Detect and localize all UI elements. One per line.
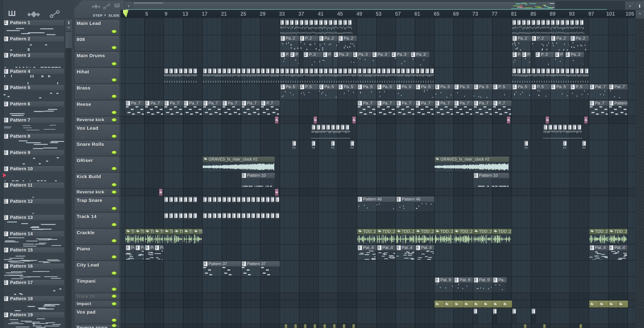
impact-audio-clip[interactable] [599, 300, 609, 307]
pattern-mini-clip[interactable] [188, 68, 192, 74]
reverse-snare-audio-stub[interactable] [314, 324, 316, 328]
clip-header[interactable]: TDD..2 [396, 229, 415, 234]
pattern-mini-clip[interactable] [543, 124, 548, 131]
clip-header[interactable]: Pat..4 [154, 245, 164, 251]
clip-header[interactable]: TDD..2 [144, 229, 154, 234]
clip-header[interactable]: Pa..3 [372, 52, 391, 58]
pattern-mini-clip[interactable] [401, 68, 405, 74]
track-name-label[interactable]: Track 19 [77, 294, 95, 299]
pattern-list-item[interactable]: Pattern 16 [3, 263, 64, 280]
clip-header[interactable]: Pa..3 [565, 52, 584, 58]
pattern-mini-clip[interactable] [517, 19, 521, 26]
pattern-list-item[interactable]: Pattern 3 [3, 52, 64, 69]
clip-header[interactable]: Pa..5 [434, 84, 454, 90]
track-lane[interactable] [120, 188, 635, 196]
track-mute-led[interactable] [112, 324, 117, 327]
pattern-mini-clip[interactable] [331, 124, 335, 131]
pattern-list-scroll-up-button[interactable]: ⌃ [66, 26, 72, 32]
pattern-mini-clip[interactable] [582, 140, 586, 147]
pattern-mini-clip[interactable] [266, 212, 270, 219]
pattern-mini-clip[interactable] [217, 212, 222, 219]
pattern-mini-clip[interactable] [348, 19, 352, 26]
pattern-item-header[interactable]: Pattern 15 [3, 247, 64, 253]
clip-header[interactable]: TDD..2 [454, 229, 473, 234]
track-lane[interactable] [120, 140, 635, 156]
clip-header[interactable]: P..3 [512, 52, 521, 58]
pattern-mini-clip[interactable] [568, 124, 572, 131]
pattern-mini-clip[interactable] [184, 68, 188, 74]
pattern-mini-clip[interactable] [312, 124, 316, 131]
pattern-mini-clip[interactable] [208, 68, 212, 74]
track-lane[interactable] [120, 324, 635, 328]
track-header[interactable]: Track 19 [74, 293, 120, 300]
clip-header[interactable]: Pat..4 [415, 245, 434, 251]
clip-header[interactable]: Pattern 37 [241, 261, 280, 267]
track-name-label[interactable]: 808 [77, 37, 85, 42]
pattern-mini-clip[interactable] [550, 68, 555, 74]
pattern-mini-clip[interactable] [562, 140, 567, 147]
track-lane[interactable] [120, 300, 635, 308]
clip-header[interactable]: TDD..2 [608, 229, 628, 234]
pattern-mini-clip[interactable] [270, 196, 275, 203]
clip-header[interactable]: Pat..4 [396, 245, 415, 251]
track-lane[interactable] [120, 116, 635, 124]
impact-audio-clip[interactable] [589, 300, 599, 307]
pattern-mini-clip[interactable] [526, 19, 531, 26]
clip-header[interactable]: P..2 [531, 36, 550, 41]
pattern-mini-clip[interactable] [208, 212, 212, 219]
pattern-mini-clip[interactable] [340, 124, 345, 131]
pattern-item-header[interactable]: Pattern 18 [3, 296, 64, 301]
reverse-kick-audio-stub[interactable] [275, 189, 278, 196]
pattern-mini-clip[interactable] [222, 212, 226, 219]
pattern-mini-clip[interactable] [304, 19, 308, 26]
pattern-mini-clip[interactable] [420, 68, 425, 74]
pattern-item-header[interactable]: Pattern 13 [3, 214, 64, 220]
pattern-mini-clip[interactable] [251, 68, 256, 74]
pattern-mini-clip[interactable] [550, 19, 555, 26]
clip-header[interactable]: Pa..7 [183, 100, 202, 106]
track-header[interactable]: 808... [74, 36, 120, 51]
pattern-mini-clip[interactable] [324, 19, 328, 26]
clip-header[interactable]: P..7 [260, 100, 280, 106]
pattern-mini-clip[interactable] [222, 196, 226, 203]
pattern-mini-clip[interactable] [560, 68, 565, 74]
impact-audio-clip[interactable] [434, 300, 444, 307]
pattern-mini-clip[interactable] [382, 68, 386, 74]
track-mute-led[interactable] [112, 46, 117, 50]
pattern-item-header[interactable]: Pattern 9 [3, 150, 64, 155]
clip-header[interactable]: Pa..2 [512, 36, 531, 41]
pattern-mini-clip[interactable] [546, 19, 550, 26]
clip-header[interactable]: Patt.. [144, 245, 154, 251]
clip-header[interactable]: Pa..7 [202, 100, 222, 106]
impact-audio-clip[interactable] [608, 300, 618, 307]
track-name-label[interactable]: Vox Lead [77, 125, 98, 131]
clip-header[interactable]: Pa..5 [473, 84, 492, 90]
pattern-mini-clip[interactable] [266, 196, 270, 203]
clip-header[interactable]: Pat..9 [434, 277, 454, 283]
pattern-mini-clip[interactable] [188, 212, 192, 219]
clip-header[interactable]: Pa..5 [396, 84, 415, 90]
clip-header[interactable]: GRAVES_fx_riser_clock #2 [434, 156, 509, 162]
track-name-label[interactable]: City Lead [77, 262, 99, 268]
pattern-list-item[interactable]: Pattern 4 [3, 68, 64, 85]
pattern-mini-clip[interactable] [260, 196, 265, 203]
scroll-right-button[interactable]: › [626, 2, 634, 10]
pattern-item-header[interactable]: Pattern 7 [3, 117, 64, 123]
clip-header[interactable]: Pa..2 [338, 36, 357, 41]
clip-header[interactable]: Pa..5 [280, 84, 299, 90]
track-header[interactable]: Crackle... [74, 229, 120, 244]
clip-header[interactable]: Pattern 46 [357, 196, 396, 202]
clip-header[interactable]: Pa..5 [550, 84, 570, 90]
track-mute-led[interactable] [112, 271, 117, 275]
track-name-label[interactable]: Reverse snare [77, 325, 108, 328]
pattern-mini-clip[interactable] [280, 19, 284, 26]
pattern-mini-clip[interactable] [425, 68, 430, 74]
pattern-mini-clip[interactable] [575, 68, 579, 74]
pattern-item-header[interactable]: Pattern 4 [3, 68, 64, 74]
pattern-item-header[interactable]: Pattern 1 [3, 20, 64, 26]
track-mute-led[interactable] [112, 318, 117, 322]
track-lane[interactable] [120, 172, 635, 188]
pattern-list-item[interactable]: Pattern 10 [3, 166, 64, 182]
clip-header[interactable]: TDD..2 [193, 229, 202, 234]
pattern-mini-clip[interactable] [212, 196, 217, 203]
